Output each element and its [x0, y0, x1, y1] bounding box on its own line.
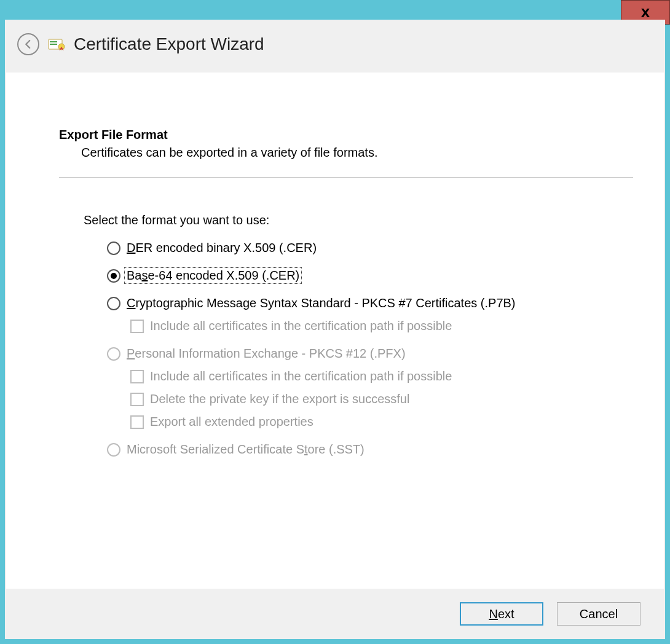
content-area: Export File Format Certificates can be e… — [6, 73, 664, 589]
check-pfx-delete: Delete the private key if the export is … — [130, 392, 664, 406]
check-pfx-delete-label: Delete the private key if the export is … — [150, 392, 409, 406]
check-pfx-extprops-label: Export all extended properties — [150, 415, 313, 429]
wizard-panel: Certificate Export Wizard Export File Fo… — [5, 20, 665, 639]
check-pfx-extprops: Export all extended properties — [130, 415, 664, 429]
format-options: DER encoded binary X.509 (.CER) Base-64 … — [107, 241, 664, 457]
svg-rect-2 — [50, 44, 57, 45]
radio-pfx: Personal Information Exchange - PKCS #12… — [107, 347, 664, 361]
check-pkcs7-include-label: Include all certificates in the certific… — [150, 319, 452, 333]
divider — [59, 177, 633, 178]
radio-icon — [107, 269, 120, 283]
check-pfx-include: Include all certificates in the certific… — [130, 369, 664, 383]
svg-rect-1 — [50, 41, 57, 42]
radio-pkcs7-label: Cryptographic Message Syntax Standard - … — [127, 296, 516, 310]
radio-icon — [107, 297, 120, 310]
radio-icon — [107, 443, 120, 457]
section-header: Export File Format Certificates can be e… — [59, 128, 634, 160]
footer: Next Cancel — [6, 589, 664, 639]
certificate-icon — [48, 37, 65, 52]
pkcs7-subchecks: Include all certificates in the certific… — [130, 319, 664, 333]
next-button[interactable]: Next — [460, 602, 543, 626]
section-title: Export File Format — [59, 128, 634, 142]
radio-der[interactable]: DER encoded binary X.509 (.CER) — [107, 241, 664, 255]
radio-icon — [107, 347, 120, 361]
radio-base64[interactable]: Base-64 encoded X.509 (.CER) — [107, 269, 664, 283]
check-pfx-include-label: Include all certificates in the certific… — [150, 369, 452, 383]
window-frame: x Certificate Export Wizard Export File … — [0, 0, 670, 644]
section-description: Certificates can be exported in a variet… — [81, 146, 634, 160]
back-button[interactable] — [17, 33, 39, 55]
header: Certificate Export Wizard — [5, 20, 665, 69]
checkbox-icon — [130, 393, 144, 406]
format-prompt: Select the format you want to use: — [84, 213, 664, 227]
radio-der-label: DER encoded binary X.509 (.CER) — [127, 241, 317, 255]
wizard-title: Certificate Export Wizard — [74, 34, 264, 54]
pfx-subchecks: Include all certificates in the certific… — [130, 369, 664, 429]
arrow-left-icon — [23, 39, 34, 50]
check-pkcs7-include: Include all certificates in the certific… — [130, 319, 664, 333]
checkbox-icon — [130, 320, 144, 333]
radio-icon — [107, 242, 120, 255]
checkbox-icon — [130, 415, 144, 429]
checkbox-icon — [130, 370, 144, 383]
radio-base64-label: Base-64 encoded X.509 (.CER) — [124, 267, 302, 284]
radio-sst-label: Microsoft Serialized Certificate Store (… — [127, 442, 365, 457]
radio-sst: Microsoft Serialized Certificate Store (… — [107, 442, 664, 457]
radio-pfx-label: Personal Information Exchange - PKCS #12… — [127, 347, 406, 361]
cancel-button[interactable]: Cancel — [557, 602, 640, 626]
radio-pkcs7[interactable]: Cryptographic Message Syntax Standard - … — [107, 296, 664, 310]
